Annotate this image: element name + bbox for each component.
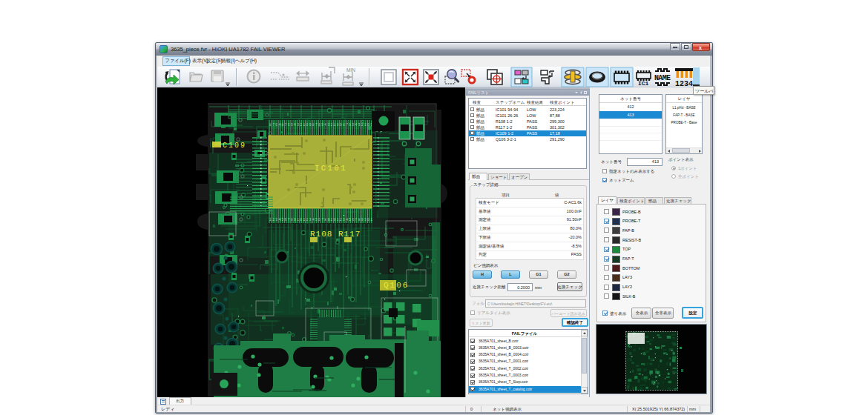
- svg-text:Q106: Q106: [384, 281, 409, 290]
- svg-text:1234: 1234: [675, 80, 693, 87]
- svg-text:C109: C109: [223, 142, 246, 150]
- svg-text:IC101: IC101: [315, 164, 347, 173]
- svg-text:MIN: MIN: [346, 67, 355, 73]
- svg-text:870487654321098765432109876543: 8704876543210987654321098765432109: [269, 123, 372, 127]
- svg-text:NAME: NAME: [654, 74, 671, 82]
- svg-text:IC1: IC1: [638, 80, 649, 87]
- svg-text:123456789101234567892012345678: 1234567891012345678920123456789301: [269, 218, 372, 222]
- svg-text:R108 R117: R108 R117: [310, 230, 361, 239]
